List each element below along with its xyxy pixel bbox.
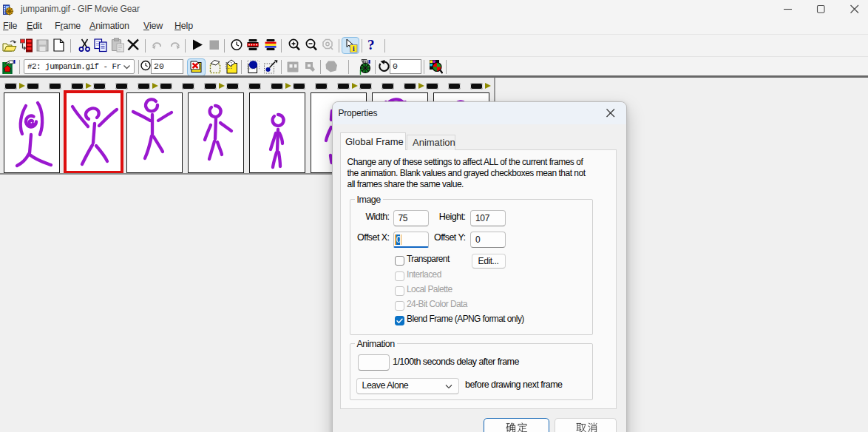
svg-text:i: i <box>353 45 355 53</box>
